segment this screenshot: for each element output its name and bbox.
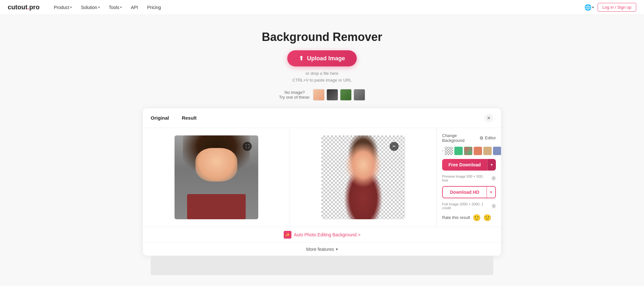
edit-icon[interactable]: ✏ [390,142,399,151]
nav-item-tools[interactable]: Tools ▾ [105,0,126,15]
color-swatches [445,147,501,155]
page-title: Background Remover [8,30,636,44]
thumbs-up-icon[interactable]: 🙂 [473,214,481,222]
original-image-section: ⛶ [143,128,290,227]
no-image-label: No image? Try one of these: [279,90,310,100]
logo-text-part1: cutout [8,4,27,11]
gear-icon: ⚙ [479,135,484,141]
tab-original[interactable]: Original [151,115,169,121]
color-swatch-red[interactable] [454,147,463,155]
upload-label: Upload Image [307,55,345,62]
nav-label-tools: Tools [109,5,119,10]
auto-photo-link[interactable]: Auto Photo Editing Background > [294,232,361,237]
upload-button[interactable]: ⬆ Upload Image [287,50,356,66]
chevron-down-icon: ▾ [592,5,594,9]
more-features-label: More features [306,247,334,252]
download-hd-group: Download HD ▾ [442,186,496,198]
rate-label: Rate this result [442,215,470,220]
color-prev-button[interactable]: ‹ [442,148,443,154]
nav-links: Product ▾ Solution ▾ Tools ▾ API Pricing [50,0,584,15]
nav-label-solution: Solution [81,5,97,10]
result-image-container: ✏ [321,135,405,219]
rate-row: Rate this result 🙂 🙁 [442,214,496,222]
hero-section: Background Remover ⬆ Upload Image or dro… [0,15,644,108]
sample-thumbs: 👩 🐱 🦊 🤖 [313,89,365,101]
sample-images-row: No image? Try one of these: 👩 🐱 🦊 🤖 [8,89,636,101]
drop-hint-line1: or drop a file here [8,70,636,77]
language-switcher[interactable]: 🌐 ▾ [584,4,594,11]
more-features-bar[interactable]: More features ▾ [143,242,501,256]
preview-note: Preview Image 500 × 500, free i [442,174,496,182]
full-image-note-text: Full Image 2000 × 2000, 1 credit [442,202,490,210]
chevron-down-icon: ▾ [70,5,72,9]
chevron-down-icon: ▾ [98,5,100,9]
nav-label-pricing: Pricing [147,5,161,10]
translate-icon: 🌐 [584,4,592,11]
nav-right: 🌐 ▾ Log in / Sign up [584,3,636,12]
chevron-down-icon: ▾ [336,247,338,251]
tab-result[interactable]: Result [182,115,197,121]
panel-header: Original Result ✕ [143,108,501,128]
navbar: cutout.pro Product ▾ Solution ▾ Tools ▾ … [0,0,644,15]
color-swatch-gradient[interactable] [464,147,472,155]
sample-thumb-4[interactable]: 🤖 [354,89,365,101]
logo-text-part2: pro [29,4,40,11]
free-download-button[interactable]: Free Download [442,159,487,171]
main-panel-wrap: Original Result ✕ [135,108,509,275]
color-swatch-transparent[interactable] [445,147,453,155]
original-image-wrapper: ⛶ [175,135,258,219]
color-swatch-tan[interactable] [483,147,492,155]
nav-item-api[interactable]: API [127,0,142,15]
change-bg-label: Change Background [442,133,479,143]
bottom-strip [151,256,493,275]
drop-hint-line2: CTRL+V to paste image or URL [8,77,636,84]
free-download-dropdown[interactable]: ▾ [487,159,496,171]
logo[interactable]: cutout.pro [8,4,40,11]
download-hd-button[interactable]: Download HD [443,187,487,198]
download-hd-dropdown[interactable]: ▾ [487,187,495,198]
close-button[interactable]: ✕ [484,113,493,123]
color-swatch-row: ‹ › [442,147,496,155]
auto-photo-icon: ✨ [284,231,291,239]
color-swatch-salmon[interactable] [474,147,482,155]
nav-label-api: API [131,5,138,10]
upload-icon: ⬆ [299,55,304,62]
editor-label: Editor [485,135,496,140]
crop-icon[interactable]: ⛶ [243,142,252,151]
panel-tabs: Original Result [151,115,197,121]
panel-body: ⛶ ✏ Change Back [143,128,501,227]
result-image-wrapper: ✏ [321,135,405,219]
drop-hint: or drop a file here CTRL+V to paste imag… [8,70,636,84]
result-image-section: ✏ [290,128,437,227]
nav-label-product: Product [54,5,69,10]
info-icon-hd[interactable]: i [492,204,496,208]
original-image-container: ⛶ [175,135,258,219]
panel-sidebar: Change Background ⚙ Editor ‹ [437,128,501,227]
full-image-note: Full Image 2000 × 2000, 1 credit i [442,202,496,210]
thumbs-down-icon[interactable]: 🙁 [483,214,491,222]
color-swatch-blue[interactable] [493,147,501,155]
sample-thumb-2[interactable]: 🐱 [327,89,338,101]
nav-item-product[interactable]: Product ▾ [50,0,76,15]
editor-button[interactable]: ⚙ Editor [479,135,496,141]
login-button[interactable]: Log in / Sign up [598,3,636,12]
preview-note-text: Preview Image 500 × 500, free [442,174,490,182]
nav-item-solution[interactable]: Solution ▾ [77,0,104,15]
nav-item-pricing[interactable]: Pricing [143,0,165,15]
chevron-down-icon: ▾ [120,5,122,9]
auto-photo-bar: ✨ Auto Photo Editing Background > [143,227,501,242]
main-panel: Original Result ✕ [143,108,501,256]
sample-thumb-1[interactable]: 👩 [313,89,325,101]
info-icon[interactable]: i [491,176,496,181]
free-download-group: Free Download ▾ [442,159,496,171]
sample-thumb-3[interactable]: 🦊 [340,89,352,101]
change-bg-row: Change Background ⚙ Editor [442,133,496,143]
